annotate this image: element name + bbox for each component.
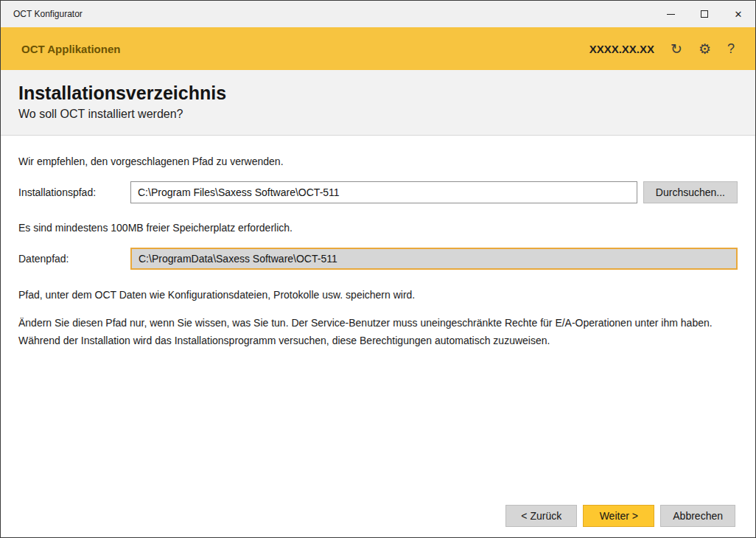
back-button[interactable]: < Zurück — [505, 505, 577, 527]
app-title: OCT Applikationen — [21, 43, 120, 55]
page-header: Installationsverzeichnis Wo soll OCT ins… — [1, 70, 755, 136]
maximize-icon — [701, 10, 708, 18]
install-path-label: Installationspfad: — [18, 186, 130, 198]
data-path-label: Datenpfad: — [18, 253, 130, 265]
disk-space-note: Es sind mindestens 100MB freier Speicher… — [18, 221, 738, 234]
window-title: OCT Konfigurator — [1, 9, 83, 19]
minimize-icon — [667, 14, 675, 15]
install-path-input[interactable] — [130, 181, 637, 203]
page-subtitle: Wo soll OCT installiert werden? — [18, 108, 738, 121]
data-path-note: Pfad, unter dem OCT Daten wie Konfigurat… — [18, 288, 738, 301]
data-path-warning: Ändern Sie diesen Pfad nur, wenn Sie wis… — [18, 314, 738, 349]
recommendation-text: Wir empfehlen, den vorgeschlagenen Pfad … — [18, 155, 738, 168]
gear-icon[interactable]: ⚙ — [699, 42, 711, 56]
browse-button[interactable]: Durchsuchen... — [643, 181, 738, 203]
version-label: XXXX.XX.XX — [589, 43, 654, 55]
app-header: OCT Applikationen XXXX.XX.XX ↻ ⚙ ? — [1, 27, 755, 70]
install-path-row: Installationspfad: Durchsuchen... — [18, 181, 738, 203]
header-right: XXXX.XX.XX ↻ ⚙ ? — [589, 42, 735, 56]
help-icon[interactable]: ? — [727, 42, 735, 55]
maximize-button[interactable] — [687, 1, 721, 27]
close-icon: ✕ — [735, 10, 743, 19]
close-button[interactable]: ✕ — [721, 1, 755, 27]
installer-window: OCT Konfigurator ✕ OCT Applikationen XXX… — [0, 0, 756, 538]
data-path-input[interactable] — [130, 248, 738, 270]
cancel-button[interactable]: Abbrechen — [660, 505, 735, 527]
window-controls: ✕ — [654, 1, 755, 27]
titlebar: OCT Konfigurator ✕ — [1, 1, 755, 27]
next-button[interactable]: Weiter > — [583, 505, 654, 527]
page-content: Wir empfehlen, den vorgeschlagenen Pfad … — [1, 136, 755, 537]
data-path-row: Datenpfad: — [18, 248, 738, 270]
wizard-footer: < Zurück Weiter > Abbrechen — [18, 505, 738, 537]
refresh-icon[interactable]: ↻ — [671, 42, 682, 56]
minimize-button[interactable] — [654, 1, 687, 27]
page-title: Installationsverzeichnis — [18, 83, 738, 104]
